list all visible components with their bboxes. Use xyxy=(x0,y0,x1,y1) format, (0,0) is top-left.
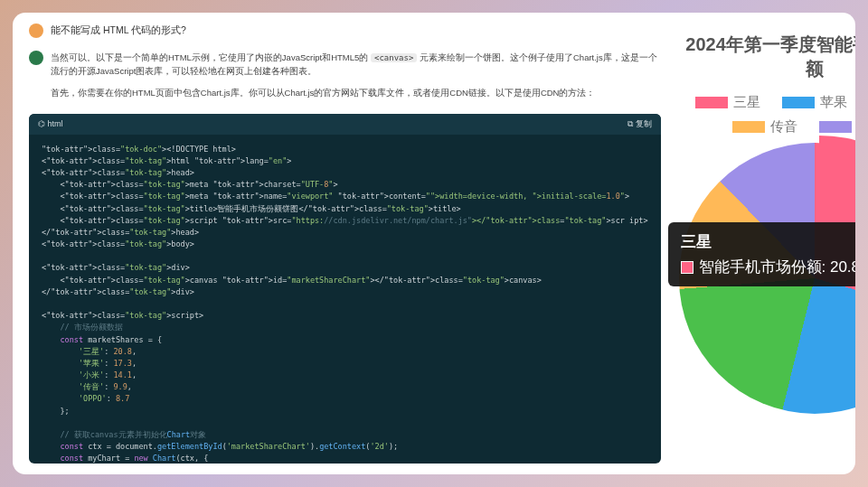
legend-swatch xyxy=(819,121,852,133)
code-block: html 复制 "tok-attr">class="tok-doc"><!DOC… xyxy=(29,114,661,464)
tooltip-row: 智能手机市场份额: 20.8 xyxy=(681,257,855,277)
legend-item[interactable]: 三星 xyxy=(695,94,760,111)
answer-paragraph-2: 首先，你需要在你的HTML页面中包含Chart.js库。你可以从Chart.js… xyxy=(51,86,661,99)
legend-swatch xyxy=(732,121,765,133)
code-language-label: html xyxy=(38,119,63,128)
user-message-row: 能不能写成 HTML 代码的形式? xyxy=(29,23,661,38)
user-avatar xyxy=(29,23,43,38)
legend-swatch xyxy=(695,97,728,108)
answer-paragraph-1: 当然可以。以下是一个简单的HTML示例，它使用了内嵌的JavaScript和HT… xyxy=(51,51,661,79)
assistant-message-row: 当然可以。以下是一个简单的HTML示例，它使用了内嵌的JavaScript和HT… xyxy=(29,51,661,107)
user-question: 能不能写成 HTML 代码的形式? xyxy=(51,24,186,37)
legend-label: 苹果 xyxy=(820,94,847,111)
tooltip-value: 智能手机市场份额: 20.8 xyxy=(699,257,855,277)
chart-title: 2024年第一季度智能手机市场份额 xyxy=(679,33,855,81)
inline-code: <canvas> xyxy=(371,53,417,62)
code-header: html 复制 xyxy=(29,114,661,135)
pie-wrap: 三星 智能手机市场份额: 20.8 xyxy=(679,143,855,414)
chat-column: 能不能写成 HTML 代码的形式? 当然可以。以下是一个简单的HTML示例，它使… xyxy=(29,23,661,464)
legend-item[interactable]: 传音 xyxy=(732,118,797,136)
legend-label: 三星 xyxy=(733,94,760,111)
chart-legend[interactable]: 三星苹果小米传音OPPO xyxy=(679,94,855,136)
chart-panel: 2024年第一季度智能手机市场份额 三星苹果小米传音OPPO 三星 智能手机市场… xyxy=(679,23,855,464)
legend-label: 传音 xyxy=(770,118,797,136)
legend-item[interactable]: OPPO xyxy=(819,118,855,136)
chart-tooltip: 三星 智能手机市场份额: 20.8 xyxy=(668,222,855,286)
assistant-avatar xyxy=(29,51,43,65)
tooltip-title: 三星 xyxy=(681,231,855,252)
code-content[interactable]: "tok-attr">class="tok-doc"><!DOCTYPE htm… xyxy=(29,135,661,464)
app-window: 能不能写成 HTML 代码的形式? 当然可以。以下是一个简单的HTML示例，它使… xyxy=(13,13,855,474)
assistant-text: 当然可以。以下是一个简单的HTML示例，它使用了内嵌的JavaScript和HT… xyxy=(51,51,661,107)
legend-swatch xyxy=(782,97,815,108)
tooltip-swatch xyxy=(681,261,693,274)
copy-button[interactable]: 复制 xyxy=(627,118,652,130)
legend-item[interactable]: 苹果 xyxy=(782,94,847,111)
